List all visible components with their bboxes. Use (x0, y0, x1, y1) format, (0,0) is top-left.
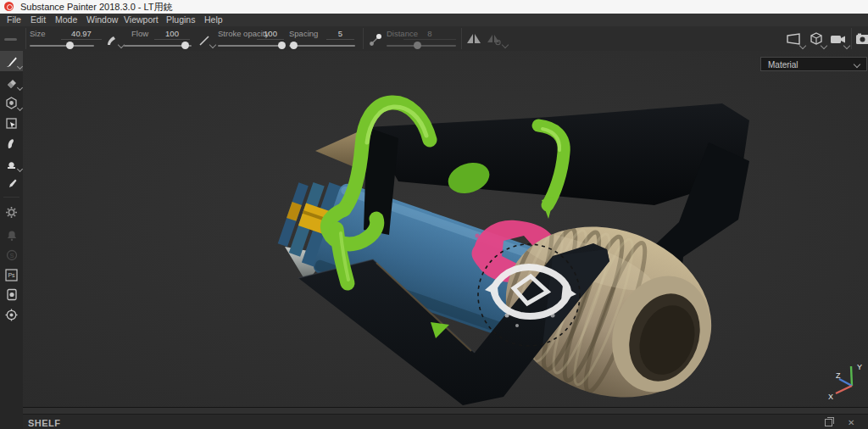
flow-slider[interactable] (124, 41, 192, 51)
size-value[interactable]: 40.97 (61, 28, 102, 40)
tool-sidebar: S Ps (0, 51, 24, 429)
paint-tool[interactable] (0, 51, 23, 71)
substance-painter-logo-icon (4, 2, 14, 11)
display-settings-button[interactable] (0, 284, 23, 304)
color-picker-tool[interactable] (0, 174, 23, 194)
projection-tool[interactable] (0, 92, 23, 113)
axis-x-label: X (828, 393, 833, 401)
eraser-tool[interactable] (0, 72, 23, 92)
size-slider[interactable] (30, 41, 94, 51)
float-panel-icon[interactable] (825, 419, 832, 426)
bell-icon (6, 230, 18, 242)
photoshop-export-button[interactable]: Ps (0, 265, 23, 285)
collapsed-control (4, 38, 17, 41)
spacing-label: Spacing (289, 29, 318, 38)
symmetry-icon[interactable] (466, 32, 481, 46)
chevron-down-icon (854, 61, 860, 68)
menu-edit[interactable]: Edit (31, 14, 46, 26)
material-mode-value: Material (768, 60, 798, 70)
spacing-slider[interactable] (289, 41, 355, 51)
menu-help[interactable]: Help (204, 14, 223, 26)
menu-window[interactable]: Window (86, 14, 118, 26)
window-title: Substance Painter 2018.3.0 - LT用銃 (20, 0, 173, 14)
clone-tool[interactable] (0, 153, 23, 174)
lazy-mouse-icon[interactable] (368, 32, 383, 47)
smudge-icon (5, 137, 18, 150)
axis-y-label: Y (857, 363, 862, 371)
chevron-down-icon (17, 85, 23, 91)
notifications-button (0, 226, 23, 246)
particles-gear-icon (5, 206, 18, 219)
menu-mode[interactable]: Mode (55, 14, 77, 26)
close-icon[interactable]: ✕ (848, 419, 856, 427)
material-mode-dropdown[interactable]: Material (760, 57, 867, 71)
polygon-fill-icon (5, 117, 18, 130)
eyedropper-icon (5, 178, 18, 191)
chevron-down-icon (17, 105, 23, 111)
menu-file[interactable]: File (7, 14, 21, 26)
distance-value: 8 (403, 28, 456, 40)
stroke-opacity-slider[interactable] (218, 41, 284, 51)
flow-label: Flow (131, 29, 148, 38)
shelf-panel-header: SHELF ✕ (23, 414, 868, 429)
substance-share-icon: S (6, 249, 18, 261)
chevron-down-icon (17, 166, 23, 172)
smudge-tool[interactable] (0, 133, 23, 153)
shelf-title: SHELF (28, 418, 61, 428)
screenshot-camera-icon[interactable] (856, 33, 868, 45)
size-label: Size (30, 29, 45, 38)
flow-value[interactable]: 100 (154, 28, 190, 40)
title-bar: Substance Painter 2018.3.0 - LT用銃 (0, 0, 868, 14)
svg-text:Ps: Ps (8, 272, 15, 278)
menu-bar: File Edit Mode Window Viewport Plugins H… (0, 14, 868, 26)
viewer-settings-button[interactable] (0, 304, 23, 325)
chevron-down-icon[interactable] (843, 42, 850, 49)
substance-painter-window: { "window": { "title": "Substance Painte… (0, 0, 868, 429)
chevron-down-icon[interactable] (821, 42, 827, 49)
axis-z-label: Z (836, 371, 841, 380)
stroke-opacity-value[interactable]: 100 (257, 28, 284, 40)
spacing-value[interactable]: 5 (326, 28, 354, 40)
photoshop-icon: Ps (5, 269, 18, 281)
particles-tool[interactable] (0, 202, 23, 222)
viewer-settings-gear-icon (5, 309, 18, 321)
display-settings-icon (6, 288, 18, 301)
projection-icon (5, 97, 18, 109)
menu-plugins[interactable]: Plugins (166, 14, 195, 26)
3d-viewport-canvas[interactable]: Y Z X (23, 51, 868, 407)
paint-brush-icon (5, 55, 18, 68)
eraser-icon (5, 76, 18, 89)
chevron-down-icon[interactable] (799, 42, 806, 49)
brush-property-toolbar: Size 40.97 Flow 100 Stroke opacity 100 S… (0, 26, 868, 52)
chevron-down-icon (17, 64, 23, 70)
brush-preset-icon[interactable] (105, 35, 117, 47)
chevron-down-icon (502, 42, 509, 48)
symmetry-settings-icon (487, 32, 502, 46)
chevron-down-icon[interactable] (209, 42, 216, 48)
clone-stamp-icon (5, 158, 18, 170)
substance-share-button: S (0, 245, 23, 265)
polygon-fill-tool[interactable] (0, 113, 23, 133)
svg-text:S: S (9, 252, 14, 259)
menu-viewport[interactable]: Viewport (124, 14, 159, 26)
distance-slider (387, 41, 456, 51)
